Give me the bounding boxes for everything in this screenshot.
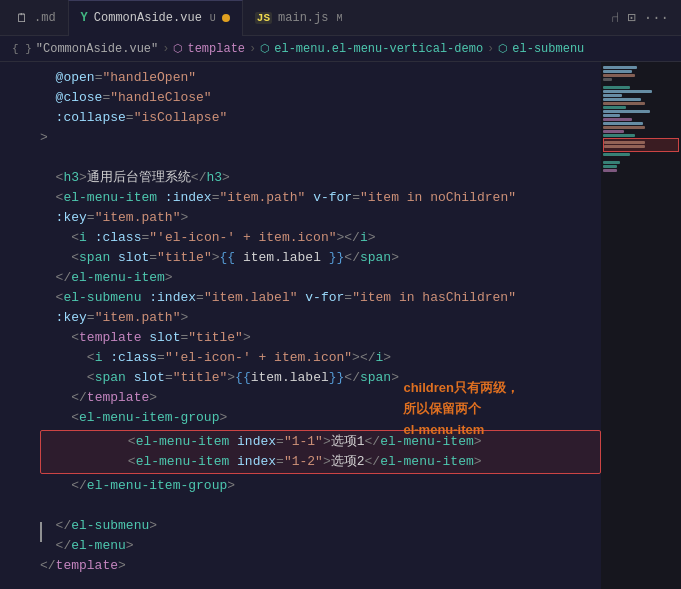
tab-vue-u-marker: U bbox=[210, 13, 216, 24]
line-21: </el-menu-item-group> bbox=[0, 476, 601, 496]
breadcrumb-sep-2: › bbox=[249, 42, 256, 56]
breadcrumb-sep-1: › bbox=[162, 42, 169, 56]
mini-line bbox=[603, 126, 645, 129]
mini-line bbox=[603, 122, 643, 125]
minimap bbox=[601, 62, 681, 589]
vue-icon: Y bbox=[81, 11, 88, 25]
mini-line bbox=[603, 78, 612, 81]
mini-line bbox=[603, 165, 617, 168]
tab-vue-label: CommonAside.vue bbox=[94, 11, 202, 25]
line-9: <i :class="'el-icon-' + item.icon"></i> bbox=[0, 228, 601, 248]
tab-js[interactable]: JS main.js M bbox=[243, 0, 355, 36]
breadcrumb-file: "CommonAside.vue" bbox=[36, 42, 158, 56]
mini-line bbox=[603, 114, 620, 117]
line-20: <el-menu-item index="1-2">选项2</el-menu-i… bbox=[41, 452, 600, 472]
line-8: :key="item.path"> bbox=[0, 208, 601, 228]
breadcrumb-file-icon: { } bbox=[12, 43, 32, 55]
line-12: <el-submenu :index="item.label" v-for="i… bbox=[0, 288, 601, 308]
line-7: <el-menu-item :index="item.path" v-for="… bbox=[0, 188, 601, 208]
breadcrumb-template: template bbox=[187, 42, 245, 56]
line-3: :collapse="isCollapse" bbox=[0, 108, 601, 128]
tab-md-label: .md bbox=[34, 11, 56, 25]
breadcrumb-elmenu-icon: ⬡ bbox=[260, 42, 270, 55]
line-11: </el-menu-item> bbox=[0, 268, 601, 288]
line-1: @open="handleOpen" bbox=[0, 68, 601, 88]
tab-vue[interactable]: Y CommonAside.vue U bbox=[68, 0, 243, 36]
mini-line bbox=[603, 153, 630, 156]
mini-line bbox=[603, 86, 630, 89]
line-15: <i :class="'el-icon-' + item.icon"></i> bbox=[0, 348, 601, 368]
breadcrumb-sep-3: › bbox=[487, 42, 494, 56]
breadcrumb-elsubmenu-icon: ⬡ bbox=[498, 42, 508, 55]
editor: @open="handleOpen" @close="handleClose" … bbox=[0, 62, 681, 589]
line-22 bbox=[0, 496, 601, 516]
line-5 bbox=[0, 148, 601, 168]
tab-action-icons: ⑁ ⊡ ··· bbox=[611, 9, 677, 26]
mini-line bbox=[603, 66, 637, 69]
line-13: :key="item.path"> bbox=[0, 308, 601, 328]
line-14: <template slot="title"> bbox=[0, 328, 601, 348]
file-icon: 🗒 bbox=[16, 11, 28, 26]
line-10: <span slot="title">{{ item.label }}</spa… bbox=[0, 248, 601, 268]
line-2: @close="handleClose" bbox=[0, 88, 601, 108]
mini-line bbox=[603, 106, 626, 109]
mini-line bbox=[603, 94, 622, 97]
breadcrumb-elsubmenu: el-submenu bbox=[512, 42, 584, 56]
annotation-text: children只有两级，所以保留两个el-menu-item bbox=[403, 380, 519, 437]
line-4: > bbox=[0, 128, 601, 148]
mini-line bbox=[603, 110, 650, 113]
line-25: </template> bbox=[0, 556, 601, 576]
mini-line bbox=[603, 161, 620, 164]
annotation-box: children只有两级，所以保留两个el-menu-item bbox=[403, 378, 519, 440]
mini-line bbox=[603, 130, 624, 133]
more-icon[interactable]: ··· bbox=[644, 10, 669, 26]
branch-icon[interactable]: ⑁ bbox=[611, 10, 619, 26]
code-area[interactable]: @open="handleOpen" @close="handleClose" … bbox=[0, 62, 601, 589]
tab-md[interactable]: 🗒 .md bbox=[4, 0, 68, 36]
mini-line bbox=[603, 118, 632, 121]
mini-line bbox=[603, 169, 617, 172]
mini-line bbox=[604, 145, 645, 148]
mini-line bbox=[603, 134, 635, 137]
mini-line bbox=[603, 102, 645, 105]
minimap-redbox bbox=[603, 138, 679, 152]
text-cursor bbox=[40, 522, 42, 542]
mini-line bbox=[603, 70, 632, 73]
line-24: </el-menu> bbox=[0, 536, 601, 556]
breadcrumb-template-icon: ⬡ bbox=[173, 42, 183, 55]
minimap-content bbox=[601, 62, 681, 177]
tab-vue-dot bbox=[222, 14, 230, 22]
js-icon: JS bbox=[255, 12, 272, 24]
tab-js-m-marker: M bbox=[336, 13, 342, 24]
line-6: <h3>通用后台管理系统</h3> bbox=[0, 168, 601, 188]
mini-line bbox=[603, 90, 652, 93]
mini-line bbox=[604, 141, 645, 144]
tab-bar: 🗒 .md Y CommonAside.vue U JS main.js M ⑁… bbox=[0, 0, 681, 36]
mini-line bbox=[603, 74, 635, 77]
split-icon[interactable]: ⊡ bbox=[627, 9, 635, 26]
line-23: </el-submenu> bbox=[0, 516, 601, 536]
mini-line bbox=[603, 98, 641, 101]
breadcrumb: { } "CommonAside.vue" › ⬡ template › ⬡ e… bbox=[0, 36, 681, 62]
tab-js-label: main.js bbox=[278, 11, 328, 25]
breadcrumb-elmenu: el-menu.el-menu-vertical-demo bbox=[274, 42, 483, 56]
